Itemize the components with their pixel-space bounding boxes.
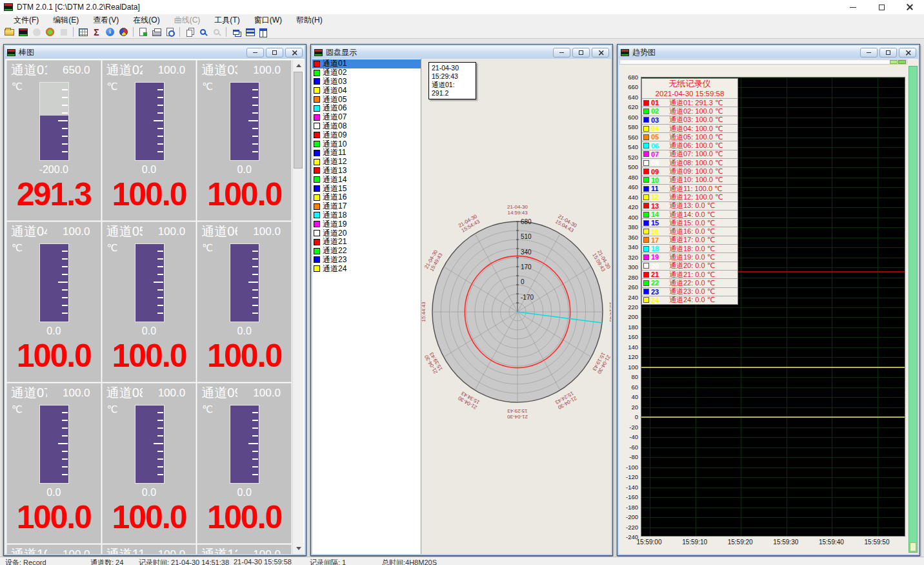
unit-label: ℃ (202, 242, 213, 254)
tile-horizontal-button[interactable] (243, 26, 256, 38)
channel-color-swatch (314, 141, 320, 147)
gauge-fill (40, 116, 68, 160)
legend-channel-number: 13 (651, 202, 663, 210)
disc-window-titlebar[interactable]: 圆盘显示 (312, 46, 611, 59)
sum-sigma-button[interactable]: Σ (90, 26, 103, 38)
gauge-fill (136, 406, 164, 483)
gauge-track (39, 243, 69, 322)
tick-mark (157, 128, 163, 129)
disc-minimize-button[interactable] (553, 48, 570, 57)
y-tick-label: 560 (619, 134, 638, 141)
cascade-windows-button[interactable] (229, 26, 243, 38)
scroll-down-button[interactable] (293, 543, 304, 554)
menu-online[interactable]: 在线(O) (126, 14, 166, 26)
online-chart-button[interactable] (16, 26, 30, 38)
copy-button[interactable] (183, 26, 196, 38)
disc-close-button[interactable] (592, 48, 609, 57)
legend-color-swatch (643, 229, 649, 234)
legend-channel-number: 10 (651, 176, 663, 184)
disc-restore-button[interactable] (572, 48, 590, 57)
info-button[interactable]: i (103, 26, 117, 38)
vscroll-thumb[interactable] (910, 542, 916, 551)
disc-window-title: 圆盘显示 (326, 47, 357, 58)
legend-row: 01通道01: 291.3 ℃ (642, 98, 738, 107)
unit-label: ℃ (12, 81, 23, 92)
menu-file[interactable]: 文件(F) (6, 14, 46, 26)
bar-restore-button[interactable] (266, 48, 283, 57)
trend-chart-window: 趋势图 无纸记录仪 2021-04-30 15:59:5 (617, 44, 920, 556)
legend-row: 24通道24: 0.0 ℃ (642, 296, 738, 304)
range-max-label: 100.0 (63, 548, 90, 554)
tick-mark (157, 451, 163, 452)
tick-mark (62, 97, 68, 98)
channel-color-swatch (314, 61, 320, 67)
bar-minimize-button[interactable] (246, 48, 264, 57)
menu-edit[interactable]: 编辑(E) (46, 14, 86, 26)
close-button[interactable] (896, 0, 924, 14)
tile-vertical-button[interactable] (256, 26, 270, 38)
scroll-up-button[interactable] (293, 60, 304, 71)
legend-color-swatch (643, 143, 649, 149)
menu-window[interactable]: 窗口(W) (247, 14, 289, 26)
time-label: 21-04-3015:34:43 (457, 390, 481, 411)
legend-color-swatch (643, 289, 649, 294)
channel-list-item[interactable]: 通道24 (312, 264, 421, 273)
data-table-button[interactable] (76, 26, 90, 38)
gauge-header: 通道08100.0 (103, 384, 196, 402)
zoom-button[interactable] (196, 26, 210, 38)
open-folder-button[interactable] (3, 26, 16, 38)
legend-channel-number: 20 (651, 262, 663, 270)
hscroll-thumb[interactable] (890, 60, 898, 64)
channel-name: 通道02 (106, 63, 143, 77)
time-label: 21-04-3015:04:43 (554, 213, 578, 234)
gauge-header: 通道11100.0 (103, 545, 196, 554)
tick-mark (154, 282, 163, 283)
trend-restore-button[interactable] (879, 48, 897, 57)
trend-close-button[interactable] (899, 48, 916, 57)
bar-window-titlebar[interactable]: 棒图 (5, 46, 305, 59)
menu-help[interactable]: 帮助(H) (289, 14, 330, 26)
tick-mark (252, 274, 258, 275)
trend-vertical-scrollbar[interactable] (909, 66, 918, 553)
record-button[interactable] (43, 26, 57, 38)
bar-close-button[interactable] (285, 48, 303, 57)
trend-window-titlebar[interactable]: 趋势图 (619, 46, 918, 59)
legend-channel-number: 15 (651, 219, 663, 227)
tick-mark (62, 474, 68, 475)
close-icon (907, 4, 913, 10)
minimize-button[interactable] (839, 0, 867, 14)
legend-row: 11通道11: 100.0 ℃ (642, 184, 738, 192)
bar-scrollbar[interactable] (292, 60, 303, 554)
y-tick-label: 180 (619, 324, 638, 331)
radial-tick-label: 510 (521, 233, 532, 240)
channel-color-swatch (314, 105, 320, 112)
trend-window-icon (621, 49, 629, 56)
cascade-windows-icon (233, 30, 239, 35)
status-field: 21-04-30 15:59:58 (234, 558, 292, 565)
trend-minimize-button[interactable] (860, 48, 878, 57)
legend-row: 15通道15: 0.0 ℃ (642, 218, 738, 227)
print-button[interactable] (150, 26, 163, 38)
arrow-down-icon (296, 547, 301, 550)
legend-color-swatch (643, 126, 649, 132)
print-preview-button[interactable] (163, 26, 177, 38)
gauge-value: 100.0 (103, 174, 196, 214)
legend-channel-value: 通道24: 0.0 ℃ (669, 295, 715, 305)
channel-color-swatch (314, 70, 320, 76)
scrollbar-thumb[interactable] (294, 72, 303, 169)
range-max-label: 100.0 (158, 64, 186, 77)
y-tick-label: -180 (619, 504, 638, 511)
menu-view[interactable]: 查看(V) (86, 14, 126, 26)
y-tick-label: -40 (619, 433, 638, 440)
y-tick-label: 20 (619, 404, 638, 411)
export-file-button[interactable] (136, 26, 150, 38)
menu-tools[interactable]: 工具(T) (207, 14, 246, 26)
gauge-header: 通道09100.0 (197, 384, 291, 402)
pie-chart-button[interactable] (117, 26, 130, 38)
trend-horizontal-scrollbar[interactable] (619, 59, 907, 65)
hscroll-thumb[interactable] (898, 60, 906, 64)
maximize-button[interactable] (867, 0, 896, 14)
legend-channel-number: 03 (651, 116, 663, 124)
status-field: 总时间:4H8M20S (382, 558, 437, 565)
gauge-cell: 通道12100.0℃ (197, 544, 292, 554)
